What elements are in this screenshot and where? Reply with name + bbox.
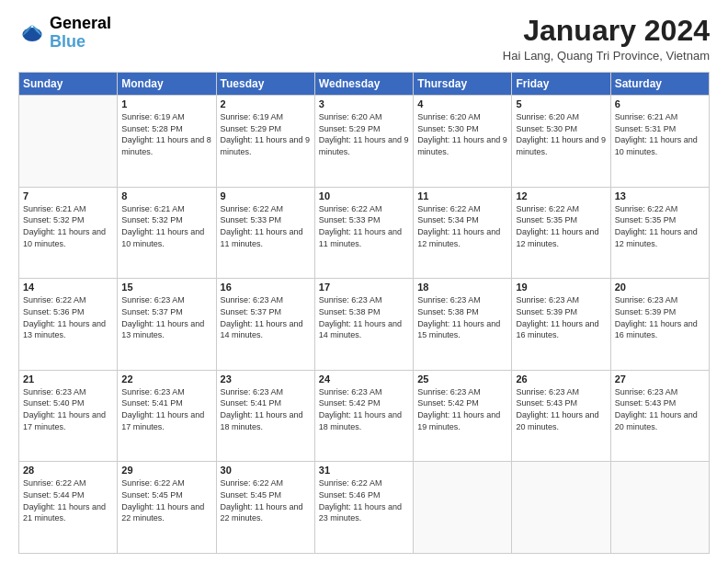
day-number: 27 xyxy=(615,373,705,385)
day-info: Sunrise: 6:23 AM Sunset: 5:37 PM Dayligh… xyxy=(121,294,211,340)
day-info: Sunrise: 6:22 AM Sunset: 5:36 PM Dayligh… xyxy=(23,294,113,340)
week-row-2: 7Sunrise: 6:21 AM Sunset: 5:32 PM Daylig… xyxy=(19,187,710,279)
calendar-cell: 7Sunrise: 6:21 AM Sunset: 5:32 PM Daylig… xyxy=(19,187,118,279)
calendar-cell: 6Sunrise: 6:21 AM Sunset: 5:31 PM Daylig… xyxy=(610,96,709,188)
day-number: 30 xyxy=(221,465,311,476)
calendar-cell: 10Sunrise: 6:22 AM Sunset: 5:33 PM Dayli… xyxy=(314,187,413,279)
calendar-table: SundayMondayTuesdayWednesdayThursdayFrid… xyxy=(18,72,710,554)
day-info: Sunrise: 6:22 AM Sunset: 5:45 PM Dayligh… xyxy=(121,477,211,523)
day-info: Sunrise: 6:23 AM Sunset: 5:39 PM Dayligh… xyxy=(516,294,606,340)
day-header-thursday: Thursday xyxy=(414,73,512,96)
calendar-cell: 17Sunrise: 6:23 AM Sunset: 5:38 PM Dayli… xyxy=(314,279,413,371)
day-header-monday: Monday xyxy=(118,73,216,96)
day-info: Sunrise: 6:21 AM Sunset: 5:31 PM Dayligh… xyxy=(615,111,705,157)
day-number: 6 xyxy=(615,98,705,109)
day-number: 31 xyxy=(319,465,409,476)
day-header-wednesday: Wednesday xyxy=(314,73,413,96)
day-info: Sunrise: 6:22 AM Sunset: 5:46 PM Dayligh… xyxy=(319,477,409,523)
day-number: 20 xyxy=(615,282,705,293)
calendar-cell: 25Sunrise: 6:23 AM Sunset: 5:42 PM Dayli… xyxy=(414,370,512,462)
logo: General Blue xyxy=(18,15,111,52)
day-info: Sunrise: 6:23 AM Sunset: 5:39 PM Dayligh… xyxy=(615,294,705,340)
title-block: January 2024 Hai Lang, Quang Tri Provinc… xyxy=(503,15,710,63)
day-number: 8 xyxy=(121,190,211,201)
week-row-3: 14Sunrise: 6:22 AM Sunset: 5:36 PM Dayli… xyxy=(19,279,710,371)
day-info: Sunrise: 6:23 AM Sunset: 5:41 PM Dayligh… xyxy=(121,386,211,432)
day-info: Sunrise: 6:22 AM Sunset: 5:33 PM Dayligh… xyxy=(319,203,409,249)
day-number: 12 xyxy=(516,190,606,201)
calendar-cell: 13Sunrise: 6:22 AM Sunset: 5:35 PM Dayli… xyxy=(610,187,709,279)
day-info: Sunrise: 6:22 AM Sunset: 5:44 PM Dayligh… xyxy=(23,477,113,523)
day-info: Sunrise: 6:22 AM Sunset: 5:45 PM Dayligh… xyxy=(221,477,311,523)
day-info: Sunrise: 6:21 AM Sunset: 5:32 PM Dayligh… xyxy=(23,203,113,249)
calendar-cell xyxy=(19,96,118,188)
calendar-cell: 24Sunrise: 6:23 AM Sunset: 5:42 PM Dayli… xyxy=(314,370,413,462)
calendar-cell: 8Sunrise: 6:21 AM Sunset: 5:32 PM Daylig… xyxy=(118,187,216,279)
day-info: Sunrise: 6:23 AM Sunset: 5:42 PM Dayligh… xyxy=(417,386,507,432)
day-number: 11 xyxy=(417,190,507,201)
calendar-cell xyxy=(610,462,709,554)
calendar-cell: 20Sunrise: 6:23 AM Sunset: 5:39 PM Dayli… xyxy=(610,279,709,371)
day-number: 5 xyxy=(516,98,606,109)
calendar-cell: 3Sunrise: 6:20 AM Sunset: 5:29 PM Daylig… xyxy=(314,96,413,188)
day-info: Sunrise: 6:22 AM Sunset: 5:35 PM Dayligh… xyxy=(516,203,606,249)
calendar-cell: 14Sunrise: 6:22 AM Sunset: 5:36 PM Dayli… xyxy=(19,279,118,371)
day-number: 15 xyxy=(121,282,211,293)
calendar-cell: 29Sunrise: 6:22 AM Sunset: 5:45 PM Dayli… xyxy=(118,462,216,554)
week-row-1: 1Sunrise: 6:19 AM Sunset: 5:28 PM Daylig… xyxy=(19,96,710,188)
day-info: Sunrise: 6:21 AM Sunset: 5:32 PM Dayligh… xyxy=(121,203,211,249)
calendar-cell: 27Sunrise: 6:23 AM Sunset: 5:43 PM Dayli… xyxy=(610,370,709,462)
day-header-row: SundayMondayTuesdayWednesdayThursdayFrid… xyxy=(19,73,710,96)
day-info: Sunrise: 6:23 AM Sunset: 5:41 PM Dayligh… xyxy=(221,386,311,432)
day-number: 17 xyxy=(319,282,409,293)
calendar-cell: 21Sunrise: 6:23 AM Sunset: 5:40 PM Dayli… xyxy=(19,370,118,462)
calendar-cell: 28Sunrise: 6:22 AM Sunset: 5:44 PM Dayli… xyxy=(19,462,118,554)
calendar-body: 1Sunrise: 6:19 AM Sunset: 5:28 PM Daylig… xyxy=(19,96,710,554)
day-header-friday: Friday xyxy=(512,73,610,96)
calendar-cell: 5Sunrise: 6:20 AM Sunset: 5:30 PM Daylig… xyxy=(512,96,610,188)
day-info: Sunrise: 6:22 AM Sunset: 5:34 PM Dayligh… xyxy=(417,203,507,249)
logo-icon xyxy=(18,19,46,47)
logo-text: General Blue xyxy=(50,15,111,52)
logo-line2: Blue xyxy=(50,33,111,52)
calendar-cell: 11Sunrise: 6:22 AM Sunset: 5:34 PM Dayli… xyxy=(414,187,512,279)
calendar-cell: 1Sunrise: 6:19 AM Sunset: 5:28 PM Daylig… xyxy=(118,96,216,188)
day-number: 24 xyxy=(319,373,409,385)
day-number: 25 xyxy=(417,373,507,385)
calendar-cell: 12Sunrise: 6:22 AM Sunset: 5:35 PM Dayli… xyxy=(512,187,610,279)
svg-point-0 xyxy=(23,28,42,41)
day-number: 3 xyxy=(319,98,409,109)
week-row-5: 28Sunrise: 6:22 AM Sunset: 5:44 PM Dayli… xyxy=(19,462,710,554)
day-info: Sunrise: 6:23 AM Sunset: 5:38 PM Dayligh… xyxy=(319,294,409,340)
day-info: Sunrise: 6:19 AM Sunset: 5:29 PM Dayligh… xyxy=(221,111,311,157)
day-number: 1 xyxy=(121,98,211,109)
day-number: 19 xyxy=(516,282,606,293)
day-info: Sunrise: 6:23 AM Sunset: 5:42 PM Dayligh… xyxy=(319,386,409,432)
calendar-cell: 19Sunrise: 6:23 AM Sunset: 5:39 PM Dayli… xyxy=(512,279,610,371)
calendar-cell xyxy=(512,462,610,554)
calendar-cell: 4Sunrise: 6:20 AM Sunset: 5:30 PM Daylig… xyxy=(414,96,512,188)
day-info: Sunrise: 6:23 AM Sunset: 5:38 PM Dayligh… xyxy=(417,294,507,340)
day-info: Sunrise: 6:20 AM Sunset: 5:30 PM Dayligh… xyxy=(516,111,606,157)
calendar-cell: 9Sunrise: 6:22 AM Sunset: 5:33 PM Daylig… xyxy=(216,187,314,279)
day-info: Sunrise: 6:23 AM Sunset: 5:37 PM Dayligh… xyxy=(221,294,311,340)
calendar-cell: 15Sunrise: 6:23 AM Sunset: 5:37 PM Dayli… xyxy=(118,279,216,371)
calendar-cell: 18Sunrise: 6:23 AM Sunset: 5:38 PM Dayli… xyxy=(414,279,512,371)
day-info: Sunrise: 6:23 AM Sunset: 5:40 PM Dayligh… xyxy=(23,386,113,432)
day-number: 21 xyxy=(23,373,113,385)
main-title: January 2024 xyxy=(503,15,710,47)
day-info: Sunrise: 6:23 AM Sunset: 5:43 PM Dayligh… xyxy=(516,386,606,432)
calendar-cell xyxy=(414,462,512,554)
day-header-sunday: Sunday xyxy=(19,73,118,96)
calendar-cell: 30Sunrise: 6:22 AM Sunset: 5:45 PM Dayli… xyxy=(216,462,314,554)
calendar-cell: 23Sunrise: 6:23 AM Sunset: 5:41 PM Dayli… xyxy=(216,370,314,462)
calendar-header: SundayMondayTuesdayWednesdayThursdayFrid… xyxy=(19,73,710,96)
day-number: 9 xyxy=(221,190,311,201)
day-info: Sunrise: 6:20 AM Sunset: 5:30 PM Dayligh… xyxy=(417,111,507,157)
day-info: Sunrise: 6:22 AM Sunset: 5:35 PM Dayligh… xyxy=(615,203,705,249)
day-info: Sunrise: 6:22 AM Sunset: 5:33 PM Dayligh… xyxy=(221,203,311,249)
calendar-cell: 16Sunrise: 6:23 AM Sunset: 5:37 PM Dayli… xyxy=(216,279,314,371)
calendar-cell: 26Sunrise: 6:23 AM Sunset: 5:43 PM Dayli… xyxy=(512,370,610,462)
day-number: 14 xyxy=(23,282,113,293)
day-number: 10 xyxy=(319,190,409,201)
